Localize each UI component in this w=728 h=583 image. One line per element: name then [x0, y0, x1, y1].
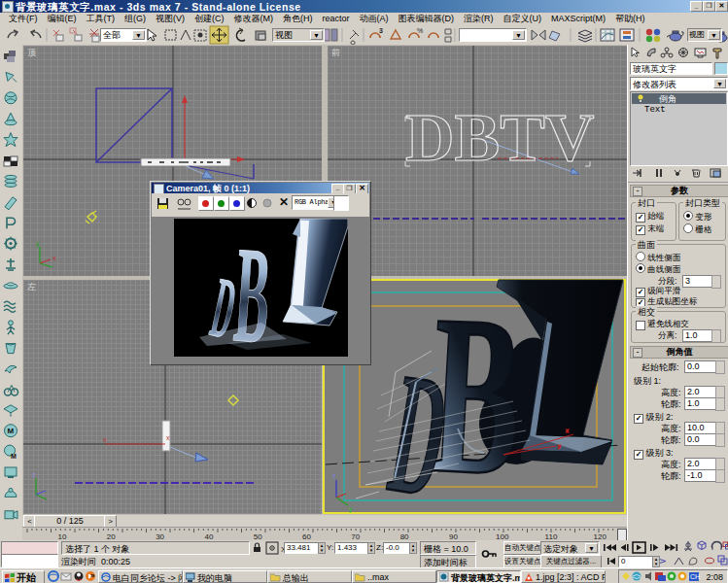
svg-text:x: x	[566, 428, 569, 433]
svg-text:y: y	[349, 505, 353, 513]
svg-text:M: M	[8, 427, 15, 435]
svg-text:z: z	[32, 471, 36, 478]
svg-text:3: 3	[379, 27, 383, 34]
svg-text:x: x	[103, 436, 107, 443]
svg-text:x: x	[166, 434, 170, 441]
svg-text:M: M	[11, 453, 17, 460]
svg-text:%: %	[417, 27, 423, 34]
svg-text:DBTV: DBTV	[405, 100, 594, 175]
svg-text:y: y	[558, 443, 561, 449]
svg-text:z: z	[332, 472, 336, 479]
svg-text:x: x	[52, 255, 56, 261]
svg-text:y: y	[36, 240, 40, 248]
svg-text:CH: CH	[690, 573, 700, 580]
